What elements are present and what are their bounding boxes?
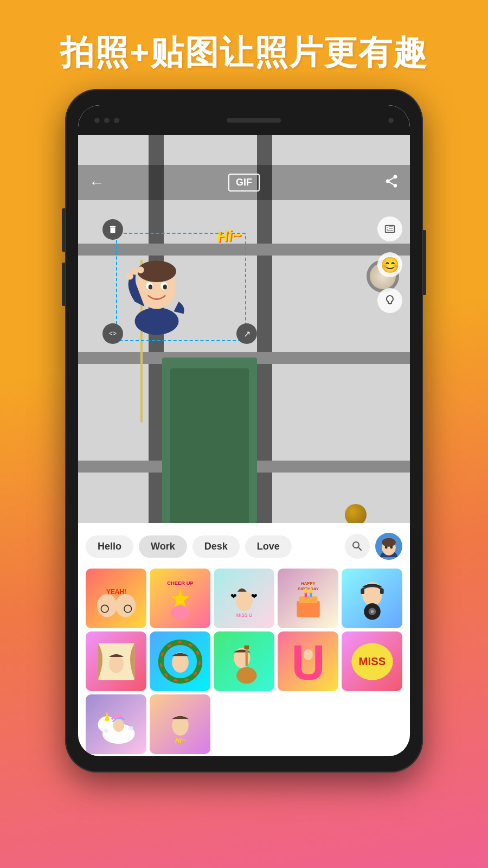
sticker-birthday[interactable]: HAPPY BIRTHDAY	[278, 569, 338, 628]
svg-rect-29	[297, 601, 320, 617]
svg-rect-49	[244, 646, 249, 649]
tab-desk[interactable]: Desk	[192, 535, 240, 558]
svg-point-6	[163, 285, 167, 290]
svg-point-8	[131, 268, 138, 275]
svg-point-7	[126, 273, 133, 280]
sticker-cheer[interactable]: CHEER UP	[150, 569, 210, 628]
sticker-u[interactable]	[278, 631, 338, 691]
svg-point-42	[108, 655, 123, 673]
svg-rect-30	[299, 596, 317, 603]
svg-point-33	[304, 589, 307, 593]
sticker-wreath[interactable]	[150, 631, 210, 691]
svg-point-23	[236, 591, 253, 611]
phone-screen: ← GIF 😊	[78, 105, 410, 756]
camera-view: ← GIF 😊	[78, 135, 410, 547]
sticker-curtain[interactable]	[86, 631, 146, 691]
search-button[interactable]	[345, 534, 370, 559]
top-heading: 拍照+贴图让照片更有趣	[38, 0, 450, 94]
svg-text:❤: ❤	[230, 592, 237, 600]
right-tools: 😊	[377, 216, 402, 313]
svg-point-50	[304, 649, 313, 660]
svg-point-0	[135, 308, 179, 335]
sticker-hi-label[interactable]: Hi~	[150, 694, 210, 754]
bottom-panel: Hello Work Desk Love	[78, 523, 410, 756]
svg-text:CHEER UP: CHEER UP	[167, 580, 193, 586]
sticker-dj[interactable]	[342, 569, 402, 628]
svg-text:Hi~: Hi~	[175, 737, 185, 744]
filter-tool-button[interactable]	[377, 288, 402, 313]
svg-point-5	[149, 285, 152, 290]
svg-point-40	[370, 610, 373, 613]
share-button[interactable]	[384, 174, 399, 192]
sticker-yeah[interactable]: YEAH!	[86, 569, 146, 628]
svg-point-56	[113, 719, 124, 732]
phone-wrapper: ← GIF 😊	[65, 89, 423, 773]
frame-tool-button[interactable]	[377, 216, 402, 241]
back-button[interactable]: ←	[89, 174, 104, 192]
svg-point-47	[236, 667, 256, 684]
svg-point-13	[385, 546, 388, 549]
svg-point-34	[309, 589, 312, 593]
svg-marker-21	[171, 589, 189, 608]
avatar-button[interactable]	[375, 533, 402, 560]
sticker-hi-text: Hi~	[216, 227, 241, 246]
tab-hello[interactable]: Hello	[86, 535, 133, 558]
tab-love[interactable]: Love	[245, 535, 292, 558]
svg-text:❤: ❤	[251, 592, 258, 600]
phone-notch	[78, 105, 410, 135]
cartoon-character	[116, 238, 197, 336]
gif-badge[interactable]: GIF	[228, 174, 260, 192]
sticker-grid: YEAH! CHEER UP	[78, 565, 410, 756]
sticker-guitar[interactable]	[214, 631, 274, 691]
svg-marker-55	[105, 711, 110, 721]
svg-point-9	[137, 267, 144, 274]
svg-point-12	[382, 538, 396, 547]
tab-work[interactable]: Work	[139, 535, 187, 558]
svg-point-22	[171, 605, 189, 620]
svg-point-14	[390, 546, 393, 549]
emoji-tool-button[interactable]: 😊	[377, 252, 402, 277]
camera-toolbar: ← GIF	[78, 165, 410, 200]
category-tabs-row: Hello Work Desk Love	[78, 523, 410, 565]
svg-text:HAPPY: HAPPY	[301, 581, 315, 586]
sticker-miss-text[interactable]: MISS	[342, 631, 402, 691]
sticker-container[interactable]: Hi~	[105, 222, 246, 341]
sticker-miss[interactable]: MISS U ❤ ❤	[214, 569, 274, 628]
svg-text:MISS U: MISS U	[236, 612, 252, 618]
svg-text:BIRTHDAY: BIRTHDAY	[298, 586, 319, 591]
sticker-unicorn[interactable]	[86, 694, 146, 754]
svg-text:MISS: MISS	[358, 655, 386, 667]
